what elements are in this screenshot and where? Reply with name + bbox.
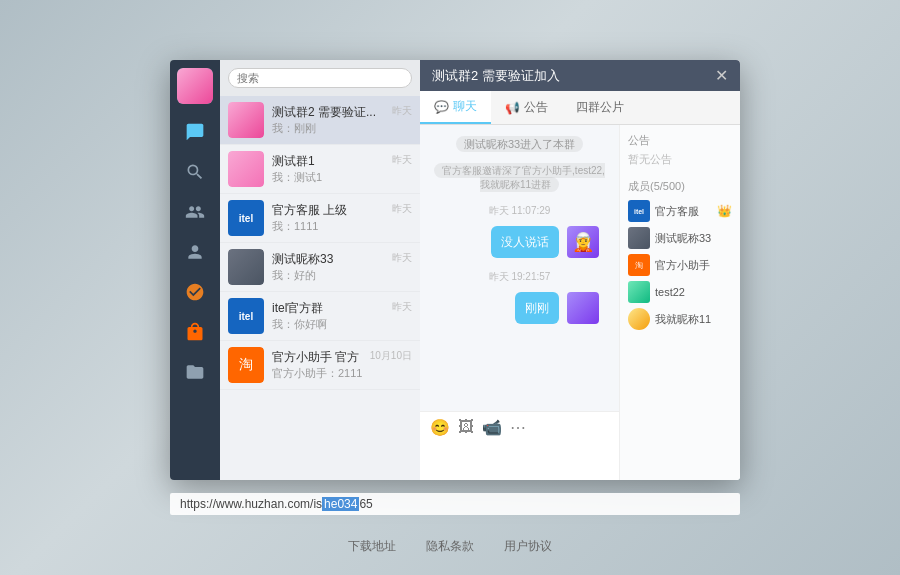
emoji-icon[interactable]: 😊 bbox=[430, 418, 450, 437]
user-avatar[interactable] bbox=[177, 68, 213, 104]
contact-preview-6: 官方小助手：2111 bbox=[272, 366, 366, 381]
contact-time-2: 昨天 bbox=[392, 153, 412, 167]
msg-row-2: 刚刚 bbox=[432, 292, 607, 324]
contact-info-2: 测试群1 我：测试1 bbox=[272, 153, 388, 185]
member-name-5: 我就昵称11 bbox=[655, 312, 711, 327]
contact-item-3[interactable]: itel 官方客服 上级 我：1111 昨天 bbox=[220, 194, 420, 243]
contact-name-3: 官方客服 上级 bbox=[272, 202, 388, 219]
sidebar-icon-taobao[interactable] bbox=[179, 316, 211, 348]
chat-messages-container: 测试昵称33进入了本群 官方客服邀请深了官方小助手,test22,我就昵称11进… bbox=[420, 125, 619, 411]
contact-thumb-2 bbox=[228, 151, 264, 187]
member-avatar-4 bbox=[628, 281, 650, 303]
contact-time-4: 昨天 bbox=[392, 251, 412, 265]
sidebar-icon-group[interactable] bbox=[179, 196, 211, 228]
msg-time-2: 昨天 19:21:57 bbox=[432, 270, 607, 284]
footer-link-download[interactable]: 下载地址 bbox=[348, 538, 396, 555]
member-item-1[interactable]: itel 官方客服 👑 bbox=[628, 200, 732, 222]
footer-link-privacy[interactable]: 隐私条款 bbox=[426, 538, 474, 555]
member-name-4: test22 bbox=[655, 286, 685, 298]
chat-messages-area: 测试昵称33进入了本群 官方客服邀请深了官方小助手,test22,我就昵称11进… bbox=[420, 125, 620, 480]
contact-item-5[interactable]: itel itel官方群 我：你好啊 昨天 bbox=[220, 292, 420, 341]
member-avatar-1: itel bbox=[628, 200, 650, 222]
footer-link-terms[interactable]: 用户协议 bbox=[504, 538, 552, 555]
sidebar-icon-search[interactable] bbox=[179, 156, 211, 188]
image-icon[interactable]: 🖼 bbox=[458, 418, 474, 437]
tab-photos[interactable]: 四群公片 bbox=[562, 91, 638, 124]
chat-input-field[interactable] bbox=[430, 441, 609, 471]
member-name-2: 测试昵称33 bbox=[655, 231, 711, 246]
contact-name-5: itel官方群 bbox=[272, 300, 388, 317]
url-bar: https://www.huzhan.com/ishe03465 bbox=[170, 493, 740, 515]
contact-thumb-3: itel bbox=[228, 200, 264, 236]
contact-preview-3: 我：1111 bbox=[272, 219, 388, 234]
modal-title: 测试群2 需要验证加入 bbox=[432, 67, 560, 85]
contact-time-3: 昨天 bbox=[392, 202, 412, 216]
contact-thumb-1 bbox=[228, 102, 264, 138]
contact-info-4: 测试昵称33 我：好的 bbox=[272, 251, 388, 283]
contact-preview-1: 我：刚刚 bbox=[272, 121, 388, 136]
announce-content: 暂无公告 bbox=[628, 152, 732, 167]
contact-thumb-5: itel bbox=[228, 298, 264, 334]
msg-bubble-1: 没人说话 bbox=[491, 226, 559, 258]
chat-notice-system: 官方客服邀请深了官方小助手,test22,我就昵称11进群 bbox=[432, 164, 607, 192]
contact-item-2[interactable]: 测试群1 我：测试1 昨天 bbox=[220, 145, 420, 194]
contact-thumb-6: 淘 bbox=[228, 347, 264, 383]
contact-info-3: 官方客服 上级 我：1111 bbox=[272, 202, 388, 234]
more-icon[interactable]: ⋯ bbox=[510, 418, 526, 437]
modal-close-button[interactable]: ✕ bbox=[715, 66, 728, 85]
contact-item-1[interactable]: 测试群2 需要验证... 我：刚刚 昨天 bbox=[220, 96, 420, 145]
msg-bubble-2: 刚刚 bbox=[515, 292, 559, 324]
contact-name-2: 测试群1 bbox=[272, 153, 388, 170]
member-name-1: 官方客服 bbox=[655, 204, 699, 219]
sidebar-icon-files[interactable] bbox=[179, 356, 211, 388]
contact-time-1: 昨天 bbox=[392, 104, 412, 118]
announce-title: 公告 bbox=[628, 133, 732, 148]
contact-panel: 测试群2 需要验证... 我：刚刚 昨天 测试群1 我：测试1 昨天 itel bbox=[220, 60, 420, 480]
member-item-2[interactable]: 测试昵称33 bbox=[628, 227, 732, 249]
tab-chat[interactable]: 💬 聊天 bbox=[420, 91, 491, 124]
contact-info-6: 官方小助手 官方 官方小助手：2111 bbox=[272, 349, 366, 381]
member-item-4[interactable]: test22 bbox=[628, 281, 732, 303]
video-icon[interactable]: 📹 bbox=[482, 418, 502, 437]
contact-thumb-4 bbox=[228, 249, 264, 285]
member-avatar-3: 淘 bbox=[628, 254, 650, 276]
members-title: 成员(5/500) bbox=[628, 179, 732, 194]
chat-toolbar: 😊 🖼 📹 ⋯ bbox=[430, 418, 609, 437]
contact-time-5: 昨天 bbox=[392, 300, 412, 314]
announce-section: 公告 暂无公告 bbox=[628, 133, 732, 167]
group-modal: 测试群2 需要验证加入 ✕ 💬 聊天 📢 公告 四群公片 bbox=[420, 60, 740, 480]
contact-list: 测试群2 需要验证... 我：刚刚 昨天 测试群1 我：测试1 昨天 itel bbox=[220, 96, 420, 480]
member-item-5[interactable]: 我就昵称11 bbox=[628, 308, 732, 330]
url-text: https://www.huzhan.com/ishe03465 bbox=[180, 497, 730, 511]
member-avatar-2 bbox=[628, 227, 650, 249]
right-panel: 公告 暂无公告 成员(5/500) itel 官方客服 👑 测试 bbox=[620, 125, 740, 480]
msg-avatar-1: 🧝 bbox=[567, 226, 599, 258]
contact-item-4[interactable]: 测试昵称33 我：好的 昨天 bbox=[220, 243, 420, 292]
member-item-3[interactable]: 淘 官方小助手 bbox=[628, 254, 732, 276]
member-name-3: 官方小助手 bbox=[655, 258, 710, 273]
modal-header: 测试群2 需要验证加入 ✕ bbox=[420, 60, 740, 91]
footer: 下载地址 隐私条款 用户协议 bbox=[0, 538, 900, 555]
sidebar bbox=[170, 60, 220, 480]
contact-info-5: itel官方群 我：你好啊 bbox=[272, 300, 388, 332]
url-highlight: he034 bbox=[322, 497, 359, 511]
contact-search-area bbox=[220, 60, 420, 96]
contact-name-4: 测试昵称33 bbox=[272, 251, 388, 268]
chat-panel: 测试群2 需要验证加入 ✕ 💬 聊天 📢 公告 四群公片 bbox=[420, 60, 740, 480]
sidebar-icon-orange[interactable] bbox=[179, 276, 211, 308]
search-input[interactable] bbox=[228, 68, 412, 88]
chat-input-area: 😊 🖼 📹 ⋯ bbox=[420, 411, 619, 480]
contact-name-6: 官方小助手 官方 bbox=[272, 349, 366, 366]
modal-body: 测试昵称33进入了本群 官方客服邀请深了官方小助手,test22,我就昵称11进… bbox=[420, 125, 740, 480]
contact-info-1: 测试群2 需要验证... 我：刚刚 bbox=[272, 104, 388, 136]
tab-announcement[interactable]: 📢 公告 bbox=[491, 91, 562, 124]
contact-time-6: 10月10日 bbox=[370, 349, 412, 363]
contact-preview-5: 我：你好啊 bbox=[272, 317, 388, 332]
msg-row-1: 🧝 没人说话 bbox=[432, 226, 607, 258]
contact-item-6[interactable]: 淘 官方小助手 官方 官方小助手：2111 10月10日 bbox=[220, 341, 420, 390]
contact-name-1: 测试群2 需要验证... bbox=[272, 104, 388, 121]
member-avatar-5 bbox=[628, 308, 650, 330]
msg-avatar-2 bbox=[567, 292, 599, 324]
sidebar-icon-contacts[interactable] bbox=[179, 236, 211, 268]
sidebar-icon-chat[interactable] bbox=[179, 116, 211, 148]
